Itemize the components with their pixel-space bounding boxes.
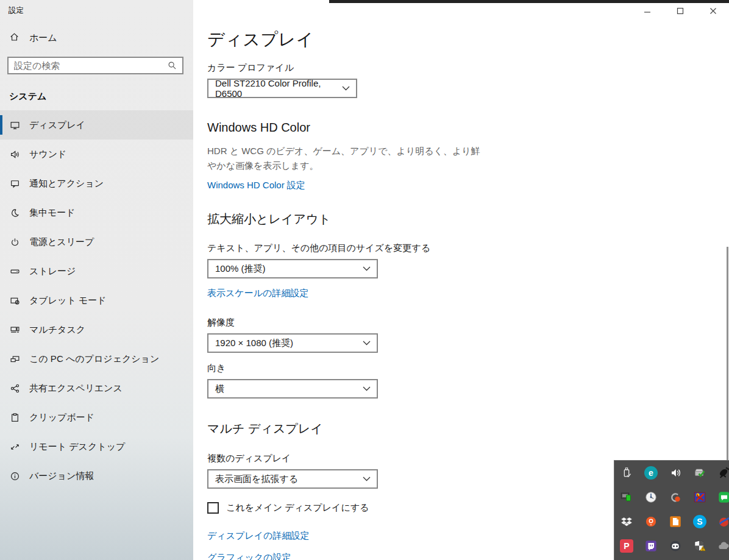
sidebar-item-label: バージョン情報 <box>29 470 94 482</box>
java-update-icon[interactable] <box>669 515 682 528</box>
hd-color-settings-link[interactable]: Windows HD Color 設定 <box>207 180 305 191</box>
sidebar-item-tablet-mode[interactable]: タブレット モード <box>0 286 193 315</box>
remote-desktop-icon <box>9 442 20 452</box>
sidebar-item-power-sleep[interactable]: 電源とスリープ <box>0 227 193 257</box>
skype-icon[interactable]: S <box>693 515 706 528</box>
settings-search[interactable] <box>7 57 183 74</box>
multiple-displays-label: 複数のディスプレイ <box>207 453 480 464</box>
sidebar-section-header: システム <box>9 91 193 102</box>
defender-warning-icon[interactable] <box>693 539 706 553</box>
recorder-icon[interactable] <box>669 491 682 504</box>
sidebar-home-label: ホーム <box>29 32 57 44</box>
sidebar-item-label: この PC へのプロジェクション <box>29 353 159 365</box>
gauge-icon[interactable] <box>644 491 658 504</box>
multiple-displays-value: 表示画面を拡張する <box>215 473 298 485</box>
chevron-down-icon <box>363 477 371 481</box>
chevron-down-icon <box>363 266 371 271</box>
chevron-down-icon <box>342 86 350 91</box>
page-title: ディスプレイ <box>207 28 480 51</box>
storage-icon <box>9 266 20 277</box>
picpick-icon[interactable]: P <box>620 539 633 553</box>
orientation-label: 向き <box>207 363 480 374</box>
origin-icon[interactable] <box>644 515 658 528</box>
sidebar-item-label: ストレージ <box>29 266 76 277</box>
advanced-display-link[interactable]: ディスプレイの詳細設定 <box>207 530 309 542</box>
sidebar-item-label: 電源とスリープ <box>29 236 94 248</box>
background-window-edge <box>329 0 729 3</box>
sidebar-item-label: ディスプレイ <box>29 119 85 131</box>
minimize-button[interactable] <box>635 3 660 19</box>
moon-icon <box>9 208 20 218</box>
resolution-value: 1920 × 1080 (推奨) <box>215 338 293 349</box>
chevron-down-icon <box>363 341 371 346</box>
display-icon <box>9 120 20 130</box>
close-button[interactable] <box>701 3 725 19</box>
scale-layout-heading: 拡大縮小とレイアウト <box>207 211 480 227</box>
sidebar-item-multitasking[interactable]: マルチタスク <box>0 315 193 344</box>
red-x-app-icon[interactable] <box>693 491 706 504</box>
discord-icon[interactable] <box>669 539 682 553</box>
sidebar-item-remote-desktop[interactable]: リモート デスクトップ <box>0 432 193 461</box>
sidebar-item-label: クリップボード <box>29 412 94 424</box>
sidebar-item-display[interactable]: ディスプレイ <box>0 110 193 140</box>
main-display-checkbox-label: これをメイン ディスプレイにする <box>226 502 369 514</box>
graphics-settings-link[interactable]: グラフィックの設定 <box>207 552 291 560</box>
window-title: 設定 <box>9 5 24 16</box>
sidebar-item-notifications[interactable]: 通知とアクション <box>0 169 193 198</box>
multi-display-heading: マルチ ディスプレイ <box>207 420 480 437</box>
sidebar-item-label: 共有エクスペリエンス <box>29 383 123 394</box>
sidebar-item-label: 通知とアクション <box>29 178 104 190</box>
color-profile-value: Dell ST2210 Color Profile, D6500 <box>215 78 342 99</box>
scale-label: テキスト、アプリ、その他の項目のサイズを変更する <box>207 243 480 254</box>
hd-color-heading: Windows HD Color <box>207 121 480 135</box>
onedrive-icon[interactable] <box>717 539 729 553</box>
orientation-value: 横 <box>215 383 224 395</box>
home-icon <box>9 32 20 44</box>
color-profile-label: カラー プロファイル <box>207 62 480 74</box>
twitch-icon[interactable] <box>644 539 658 553</box>
volume-icon[interactable] <box>669 466 682 480</box>
multitask-icon <box>9 325 20 335</box>
advanced-scaling-link[interactable]: 表示スケールの詳細設定 <box>207 288 308 299</box>
maximize-button[interactable] <box>668 3 692 19</box>
eset-icon[interactable]: e <box>644 466 658 480</box>
search-input[interactable] <box>9 60 168 71</box>
sidebar-item-label: タブレット モード <box>29 295 107 307</box>
sidebar-item-label: 集中モード <box>29 207 76 219</box>
satellite-icon[interactable] <box>717 466 729 480</box>
scale-select[interactable]: 100% (推奨) <box>207 259 378 278</box>
power-icon <box>9 237 20 247</box>
resolution-select[interactable]: 1920 × 1080 (推奨) <box>207 333 378 353</box>
orientation-select[interactable]: 横 <box>207 379 378 399</box>
line-icon[interactable] <box>717 491 729 504</box>
share-icon <box>9 383 20 394</box>
sidebar-item-home[interactable]: ホーム <box>9 32 193 44</box>
sidebar-item-storage[interactable]: ストレージ <box>0 257 193 286</box>
sidebar: ホーム システム ディスプレイ サウンド <box>0 0 193 560</box>
sidebar-item-label: サウンド <box>29 149 66 160</box>
drive-check-icon[interactable] <box>693 466 706 480</box>
usb-eject-icon[interactable] <box>620 466 633 480</box>
sidebar-item-clipboard[interactable]: クリップボード <box>0 403 193 432</box>
projection-icon <box>9 354 20 364</box>
sidebar-item-label: マルチタスク <box>29 324 85 336</box>
cleaner-icon[interactable] <box>717 515 729 528</box>
hd-color-description: HDR と WCG のビデオ、ゲーム、アプリで、より明るく、より鮮やかな画像を表… <box>207 144 485 173</box>
clipboard-icon <box>9 413 20 423</box>
sidebar-item-focus-assist[interactable]: 集中モード <box>0 198 193 227</box>
sidebar-item-about[interactable]: バージョン情報 <box>0 461 193 491</box>
vertical-scrollbar[interactable] <box>727 247 728 461</box>
main-display-checkbox[interactable] <box>207 502 219 514</box>
scale-value: 100% (推奨) <box>215 263 266 275</box>
sidebar-item-projecting[interactable]: この PC へのプロジェクション <box>0 344 193 374</box>
display-switch-icon[interactable] <box>620 491 633 504</box>
sidebar-item-sound[interactable]: サウンド <box>0 140 193 169</box>
color-profile-select[interactable]: Dell ST2210 Color Profile, D6500 <box>207 79 357 98</box>
dropbox-icon[interactable] <box>620 515 633 528</box>
chevron-down-icon <box>363 386 371 391</box>
sidebar-item-shared-experiences[interactable]: 共有エクスペリエンス <box>0 374 193 403</box>
resolution-label: 解像度 <box>207 317 480 328</box>
sidebar-nav: ディスプレイ サウンド 通知とアクション 集中モード <box>0 110 193 491</box>
tablet-icon <box>9 296 20 306</box>
multiple-displays-select[interactable]: 表示画面を拡張する <box>207 469 378 489</box>
